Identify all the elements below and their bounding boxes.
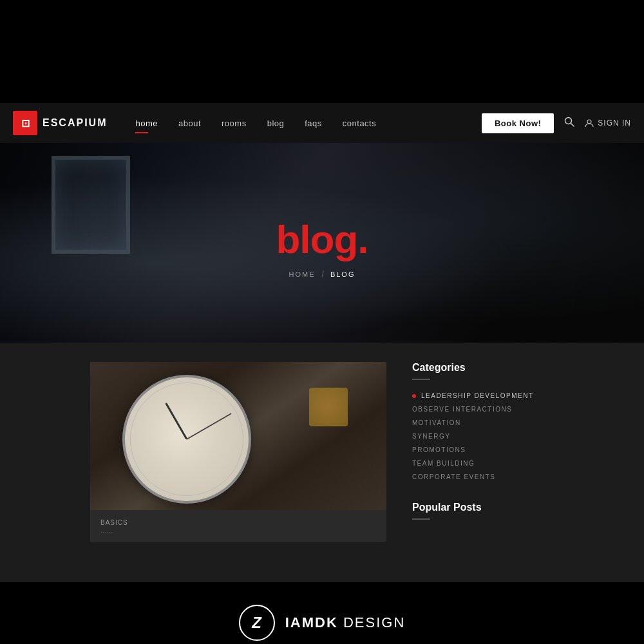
blog-card-footer: Basics ······ <box>90 510 386 542</box>
brand-lettermark: Z <box>252 614 261 632</box>
nav-item-home[interactable]: home <box>126 115 167 132</box>
blog-card[interactable]: Basics ······ <box>90 362 386 542</box>
blog-card-tag: Basics <box>100 519 376 526</box>
category-item-motivation[interactable]: MOTIVATION <box>412 416 541 430</box>
header: ⊡ ESCAPIUM home about rooms blog faqs co… <box>0 103 644 143</box>
main-nav: home about rooms blog faqs contacts <box>126 115 481 132</box>
category-label: OBSERVE INTERACTIONS <box>412 406 512 413</box>
hero-title-dot: . <box>357 217 368 261</box>
brand-name: IAMDK DESIGN <box>285 614 406 631</box>
breadcrumb-current: BLOG <box>330 270 355 278</box>
popular-posts-section: Popular Posts <box>412 502 541 520</box>
nav-item-contacts[interactable]: contacts <box>334 115 385 132</box>
logo-box: ⊡ <box>13 111 37 135</box>
category-label: LEADERSHIP DEVELOPMENT <box>421 392 534 399</box>
category-label: CORPORATE EVENTS <box>412 473 495 480</box>
blog-posts-area: Basics ······ <box>90 362 386 563</box>
sidebar: Categories LEADERSHIP DEVELOPMENT OBSERV… <box>412 362 541 563</box>
blog-card-image <box>90 362 386 510</box>
category-label: MOTIVATION <box>412 419 461 426</box>
clock-graphic <box>122 375 251 504</box>
breadcrumb-home[interactable]: HOME <box>289 270 316 278</box>
gear-graphic <box>309 388 348 426</box>
top-black-bar <box>0 0 644 103</box>
categories-section: Categories LEADERSHIP DEVELOPMENT OBSERV… <box>412 362 541 484</box>
blog-card-meta: ······ <box>100 529 376 536</box>
nav-item-blog[interactable]: blog <box>258 115 294 132</box>
category-item-synergy[interactable]: SYNERGY <box>412 430 541 443</box>
category-active-dot <box>412 394 416 398</box>
category-item-observe[interactable]: OBSERVE INTERACTIONS <box>412 402 541 416</box>
category-item-promotions[interactable]: PROMOTIONS <box>412 443 541 457</box>
svg-point-2 <box>587 120 591 124</box>
logo[interactable]: ⊡ ESCAPIUM <box>13 111 107 135</box>
signin-button[interactable]: SIGN IN <box>585 118 631 128</box>
breadcrumb-separator: / <box>322 270 324 279</box>
hero-section: blog. HOME / BLOG <box>0 143 644 343</box>
nav-item-faqs[interactable]: faqs <box>296 115 331 132</box>
user-icon <box>585 118 594 128</box>
brand-name-bold: IAMDK <box>285 614 338 630</box>
categories-title: Categories <box>412 362 541 374</box>
logo-icon: ⊡ <box>21 117 30 129</box>
categories-divider <box>412 379 430 380</box>
brand-logo-circle: Z <box>239 605 275 641</box>
header-right: Book Now! SIGN IN <box>482 113 631 133</box>
main-content: Basics ······ Categories LEADERSHIP DEVE… <box>0 343 644 582</box>
category-label: SYNERGY <box>412 433 450 440</box>
brand-name-suffix: DESIGN <box>338 614 405 630</box>
category-item-corporate-events[interactable]: CORPORATE EVENTS <box>412 470 541 484</box>
category-label: TEAM BUILDING <box>412 460 475 467</box>
category-item-leadership[interactable]: LEADERSHIP DEVELOPMENT <box>412 389 541 402</box>
hero-title: blog. <box>276 220 368 260</box>
breadcrumb: HOME / BLOG <box>289 270 355 279</box>
logo-text: ESCAPIUM <box>43 117 107 129</box>
signin-label: SIGN IN <box>598 118 631 128</box>
book-now-button[interactable]: Book Now! <box>482 113 554 133</box>
nav-item-rooms[interactable]: rooms <box>213 115 256 132</box>
category-item-team-building[interactable]: TEAM BUILDING <box>412 457 541 470</box>
category-label: PROMOTIONS <box>412 446 466 453</box>
search-icon <box>564 117 574 127</box>
nav-item-about[interactable]: about <box>169 115 210 132</box>
popular-posts-title: Popular Posts <box>412 502 541 513</box>
hero-title-text: blog <box>276 217 357 261</box>
bottom-black-bar: Z IAMDK DESIGN <box>0 582 644 644</box>
hero-content: blog. HOME / BLOG <box>0 143 644 343</box>
search-button[interactable] <box>564 117 574 129</box>
popular-posts-divider <box>412 518 430 520</box>
svg-line-1 <box>571 124 574 127</box>
